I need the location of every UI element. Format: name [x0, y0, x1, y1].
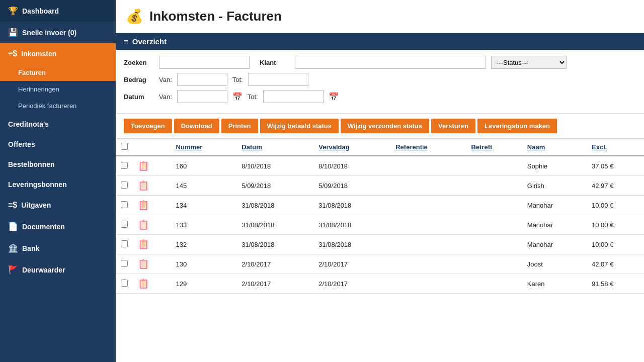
- pdf-icon[interactable]: 📋: [138, 279, 149, 289]
- wijzig-betaald-button[interactable]: Wijzig betaald status: [260, 119, 339, 133]
- row-checkbox-cell[interactable]: [116, 196, 133, 215]
- col-betreft[interactable]: Betreft: [466, 139, 522, 156]
- sidebar-item-leveringsbonnen[interactable]: Leveringsbonnen: [0, 174, 116, 195]
- leveringsbon-button[interactable]: Leveringsbon maken: [477, 119, 557, 133]
- bedrag-van-input[interactable]: [177, 73, 227, 86]
- pdf-icon[interactable]: 📋: [138, 220, 149, 230]
- sidebar-item-offertes[interactable]: Offertes: [0, 134, 116, 154]
- col-vervaldag[interactable]: Vervaldag: [313, 139, 390, 156]
- row-checkbox-cell[interactable]: [116, 176, 133, 196]
- row-datum: 5/09/2018: [236, 176, 313, 196]
- invoice-tbody: 📋 160 8/10/2018 8/10/2018 Sophie 37,05 €…: [116, 156, 644, 294]
- sidebar-item-label: Dashboard: [22, 7, 59, 15]
- row-pdf[interactable]: 📋: [133, 254, 171, 274]
- row-betreft: [466, 176, 522, 196]
- sidebar-item-periodiek[interactable]: Periodiek factureren: [0, 98, 116, 114]
- row-pdf[interactable]: 📋: [133, 196, 171, 215]
- page-icon: 💰: [126, 8, 143, 25]
- bedrag-tot-input[interactable]: [248, 73, 308, 86]
- row-excl: 10,00 €: [587, 235, 644, 254]
- sidebar-item-snelle-invoer[interactable]: 💾 Snelle invoer (0): [0, 22, 116, 43]
- sidebar-item-label: Uitgaven: [21, 201, 51, 209]
- select-all-checkbox[interactable]: [121, 143, 128, 150]
- row-checkbox-cell[interactable]: [116, 254, 133, 274]
- pdf-icon[interactable]: 📋: [138, 259, 149, 269]
- section-label: Overzicht: [132, 37, 167, 46]
- zoeken-input[interactable]: [159, 56, 250, 69]
- status-select[interactable]: ---Status---: [491, 56, 567, 69]
- sidebar-item-bestelbonnen[interactable]: Bestelbonnen: [0, 154, 116, 174]
- row-naam: Sophie: [522, 156, 587, 176]
- sidebar-item-documenten[interactable]: 📄 Documenten: [0, 216, 116, 237]
- row-checkbox[interactable]: [121, 240, 128, 247]
- col-nummer[interactable]: Nummer: [171, 139, 237, 156]
- datum-van-input[interactable]: [177, 90, 227, 103]
- row-nummer: 160: [171, 156, 237, 176]
- pdf-icon[interactable]: 📋: [138, 239, 149, 249]
- filter-row-3: Datum Van: 📅 Tot: 📅: [124, 90, 636, 103]
- download-button[interactable]: Download: [174, 119, 219, 133]
- section-icon: ≡: [124, 37, 128, 46]
- sidebar-item-deurwaarder[interactable]: 🚩 Deurwaarder: [0, 259, 116, 281]
- row-checkbox[interactable]: [121, 201, 128, 208]
- row-excl: 37,05 €: [587, 156, 644, 176]
- sidebar-item-label: Leveringsbonnen: [8, 180, 67, 189]
- row-pdf[interactable]: 📋: [133, 235, 171, 254]
- row-checkbox[interactable]: [121, 260, 128, 267]
- row-checkbox-cell[interactable]: [116, 235, 133, 254]
- datum-tot-input[interactable]: [263, 90, 324, 103]
- sidebar-item-inkomsten[interactable]: ≡$ Inkomsten: [0, 43, 116, 64]
- sidebar-item-facturen[interactable]: Facturen: [0, 64, 116, 81]
- row-checkbox[interactable]: [121, 182, 128, 189]
- page-header: 💰 Inkomsten - Facturen: [116, 0, 644, 33]
- wijzig-verzonden-button[interactable]: Wijzig verzonden status: [341, 119, 429, 133]
- row-checkbox[interactable]: [121, 280, 128, 287]
- row-checkbox[interactable]: [121, 221, 128, 228]
- printen-button[interactable]: Printen: [221, 119, 258, 133]
- row-naam: Manohar: [522, 196, 587, 215]
- row-pdf[interactable]: 📋: [133, 176, 171, 196]
- col-referentie[interactable]: Referentie: [390, 139, 466, 156]
- main-content: 💰 Inkomsten - Facturen ≡ Overzicht Zoeke…: [116, 0, 644, 362]
- row-pdf[interactable]: 📋: [133, 215, 171, 235]
- klant-input[interactable]: [295, 56, 486, 69]
- row-vervaldag: 31/08/2018: [313, 235, 390, 254]
- row-checkbox-cell[interactable]: [116, 274, 133, 294]
- row-checkbox[interactable]: [121, 162, 128, 169]
- invoice-table: Nummer Datum Vervaldag Referentie Betref…: [116, 139, 644, 294]
- col-naam[interactable]: Naam: [522, 139, 587, 156]
- row-naam: Karen: [522, 274, 587, 294]
- row-vervaldag: 2/10/2017: [313, 254, 390, 274]
- datum-label: Datum: [124, 93, 154, 101]
- row-referentie: [390, 235, 466, 254]
- save-icon: 💾: [8, 28, 18, 37]
- row-pdf[interactable]: 📋: [133, 156, 171, 176]
- col-datum[interactable]: Datum: [236, 139, 313, 156]
- select-all-header[interactable]: [116, 139, 133, 156]
- pdf-icon[interactable]: 📋: [138, 180, 149, 191]
- toevoegen-button[interactable]: Toevoegen: [124, 119, 172, 133]
- calendar-icon-1[interactable]: 📅: [232, 92, 243, 102]
- row-vervaldag: 5/09/2018: [313, 176, 390, 196]
- sidebar-item-creditnotas[interactable]: Creditnota's: [0, 114, 116, 134]
- sidebar-item-herinneringen[interactable]: Herinneringen: [0, 81, 116, 98]
- row-excl: 10,00 €: [587, 215, 644, 235]
- col-excl[interactable]: Excl.: [587, 139, 644, 156]
- row-referentie: [390, 196, 466, 215]
- tot-label-1: Tot:: [232, 76, 243, 83]
- pdf-icon[interactable]: 📋: [138, 161, 149, 171]
- sidebar-item-bank[interactable]: 🏦 Bank: [0, 237, 116, 259]
- sidebar-item-dashboard[interactable]: 🏆 Dashboard: [0, 0, 116, 22]
- row-pdf[interactable]: 📋: [133, 274, 171, 294]
- row-vervaldag: 2/10/2017: [313, 274, 390, 294]
- row-referentie: [390, 176, 466, 196]
- calendar-icon-2[interactable]: 📅: [329, 92, 339, 102]
- row-vervaldag: 8/10/2018: [313, 156, 390, 176]
- row-naam: Girish: [522, 176, 587, 196]
- sidebar-item-label: Creditnota's: [8, 120, 49, 128]
- row-checkbox-cell[interactable]: [116, 156, 133, 176]
- versturen-button[interactable]: Versturen: [431, 119, 475, 133]
- pdf-icon[interactable]: 📋: [138, 200, 149, 210]
- row-checkbox-cell[interactable]: [116, 215, 133, 235]
- sidebar-item-uitgaven[interactable]: ≡$ Uitgaven: [0, 195, 116, 216]
